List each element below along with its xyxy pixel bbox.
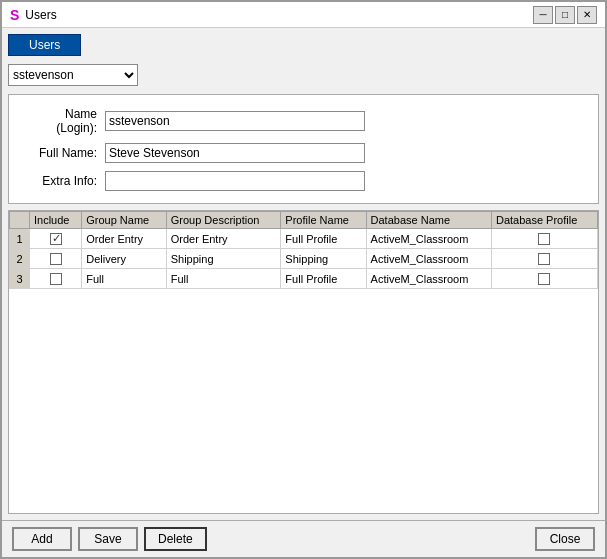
table-row: 3FullFullFull ProfileActiveM_Classroom	[10, 269, 598, 289]
grid-panel: Include Group Name Group Description Pro…	[8, 210, 599, 514]
table-row: 1Order EntryOrder EntryFull ProfileActiv…	[10, 229, 598, 249]
full-name-row: Full Name:	[25, 143, 582, 163]
close-button[interactable]: Close	[535, 527, 595, 551]
col-header-db-profile: Database Profile	[491, 212, 597, 229]
db-name-cell: ActiveM_Classroom	[366, 229, 491, 249]
group-desc-cell: Shipping	[166, 249, 281, 269]
include-checkbox[interactable]	[50, 273, 62, 285]
col-header-group-name: Group Name	[82, 212, 167, 229]
name-login-label: Name (Login):	[25, 107, 105, 135]
content-area: Users sstevenson Name (Login): Full Name…	[2, 28, 605, 520]
group-name-cell: Delivery	[82, 249, 167, 269]
row-number: 3	[10, 269, 30, 289]
extra-info-input[interactable]	[105, 171, 365, 191]
window-close-button[interactable]: ✕	[577, 6, 597, 24]
minimize-button[interactable]: ─	[533, 6, 553, 24]
include-cell[interactable]	[30, 269, 82, 289]
bottom-bar: Add Save Delete Close	[2, 520, 605, 557]
include-cell[interactable]	[30, 249, 82, 269]
title-bar-left: S Users	[10, 7, 57, 23]
include-checkbox[interactable]	[50, 233, 62, 245]
tab-bar: Users	[8, 34, 599, 56]
save-button[interactable]: Save	[78, 527, 138, 551]
row-number: 1	[10, 229, 30, 249]
tab-users[interactable]: Users	[8, 34, 81, 56]
full-name-input[interactable]	[105, 143, 365, 163]
db-profile-checkbox[interactable]	[538, 253, 550, 265]
name-login-row: Name (Login):	[25, 107, 582, 135]
col-header-db-name: Database Name	[366, 212, 491, 229]
bottom-left-buttons: Add Save Delete	[12, 527, 207, 551]
group-name-cell: Full	[82, 269, 167, 289]
extra-info-label: Extra Info:	[25, 174, 105, 188]
db-name-cell: ActiveM_Classroom	[366, 249, 491, 269]
db-profile-cell[interactable]	[491, 269, 597, 289]
add-button[interactable]: Add	[12, 527, 72, 551]
table-row: 2DeliveryShippingShippingActiveM_Classro…	[10, 249, 598, 269]
group-desc-cell: Order Entry	[166, 229, 281, 249]
title-buttons: ─ □ ✕	[533, 6, 597, 24]
title-bar: S Users ─ □ ✕	[2, 2, 605, 28]
db-profile-checkbox[interactable]	[538, 233, 550, 245]
col-header-profile-name: Profile Name	[281, 212, 366, 229]
app-logo-icon: S	[10, 7, 19, 23]
main-window: S Users ─ □ ✕ Users sstevenson Name (Log…	[0, 0, 607, 559]
maximize-button[interactable]: □	[555, 6, 575, 24]
delete-button[interactable]: Delete	[144, 527, 207, 551]
col-header-num	[10, 212, 30, 229]
group-desc-cell: Full	[166, 269, 281, 289]
profile-name-cell: Full Profile	[281, 229, 366, 249]
db-profile-cell[interactable]	[491, 249, 597, 269]
extra-info-row: Extra Info:	[25, 171, 582, 191]
group-name-cell: Order Entry	[82, 229, 167, 249]
form-panel: Name (Login): Full Name: Extra Info:	[8, 94, 599, 204]
profile-name-cell: Shipping	[281, 249, 366, 269]
user-dropdown-row: sstevenson	[8, 62, 599, 88]
col-header-group-desc: Group Description	[166, 212, 281, 229]
profile-name-cell: Full Profile	[281, 269, 366, 289]
grid-table: Include Group Name Group Description Pro…	[9, 211, 598, 289]
include-checkbox[interactable]	[50, 253, 62, 265]
col-header-include: Include	[30, 212, 82, 229]
name-login-input[interactable]	[105, 111, 365, 131]
user-select[interactable]: sstevenson	[8, 64, 138, 86]
db-profile-checkbox[interactable]	[538, 273, 550, 285]
row-number: 2	[10, 249, 30, 269]
db-name-cell: ActiveM_Classroom	[366, 269, 491, 289]
full-name-label: Full Name:	[25, 146, 105, 160]
window-title: Users	[25, 8, 56, 22]
include-cell[interactable]	[30, 229, 82, 249]
db-profile-cell[interactable]	[491, 229, 597, 249]
